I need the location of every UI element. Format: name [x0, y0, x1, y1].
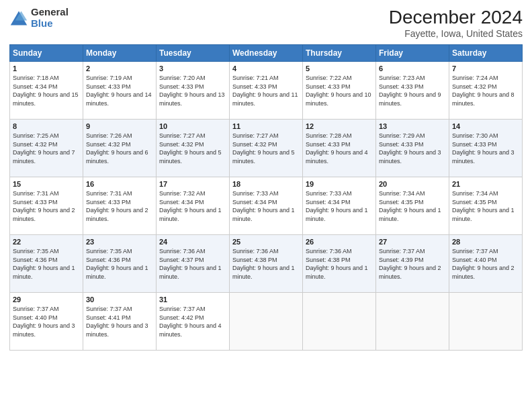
calendar-cell: [230, 293, 303, 351]
day-number: 4: [232, 64, 300, 73]
calendar-cell: 15Sunrise: 7:31 AMSunset: 4:33 PMDayligh…: [10, 177, 83, 235]
cell-info: Sunrise: 7:34 AMSunset: 4:35 PMDaylight:…: [452, 190, 515, 222]
day-number: 18: [232, 180, 300, 188]
day-number: 7: [452, 64, 519, 73]
cell-info: Sunrise: 7:37 AMSunset: 4:40 PMDaylight:…: [13, 306, 75, 338]
calendar-table: SundayMondayTuesdayWednesdayThursdayFrid…: [9, 44, 523, 351]
calendar-cell: 4Sunrise: 7:21 AMSunset: 4:33 PMDaylight…: [230, 62, 303, 120]
calendar-cell: 31Sunrise: 7:37 AMSunset: 4:42 PMDayligh…: [157, 293, 230, 351]
calendar-cell: 10Sunrise: 7:27 AMSunset: 4:32 PMDayligh…: [157, 120, 230, 177]
day-number: 17: [159, 180, 226, 188]
calendar-cell: 22Sunrise: 7:35 AMSunset: 4:36 PMDayligh…: [10, 235, 83, 293]
calendar-cell: 8Sunrise: 7:25 AMSunset: 4:32 PMDaylight…: [10, 120, 83, 177]
calendar-cell: [303, 293, 376, 351]
calendar-cell: 7Sunrise: 7:24 AMSunset: 4:32 PMDaylight…: [449, 62, 523, 120]
calendar-cell: 20Sunrise: 7:34 AMSunset: 4:35 PMDayligh…: [376, 177, 449, 235]
day-number: 25: [232, 238, 300, 246]
calendar-cell: 18Sunrise: 7:33 AMSunset: 4:34 PMDayligh…: [230, 177, 303, 235]
day-number: 21: [452, 180, 519, 188]
day-number: 3: [159, 64, 226, 73]
logo-icon: [9, 9, 28, 28]
day-number: 5: [306, 64, 373, 73]
cell-info: Sunrise: 7:36 AMSunset: 4:38 PMDaylight:…: [306, 248, 368, 280]
calendar-cell: 5Sunrise: 7:22 AMSunset: 4:33 PMDaylight…: [303, 62, 376, 120]
calendar-cell: 9Sunrise: 7:26 AMSunset: 4:32 PMDaylight…: [83, 120, 157, 177]
day-number: 1: [13, 64, 80, 73]
calendar-cell: [449, 293, 523, 351]
day-number: 10: [159, 122, 226, 130]
day-number: 14: [452, 122, 519, 130]
cell-info: Sunrise: 7:31 AMSunset: 4:33 PMDaylight:…: [13, 190, 75, 222]
title-block: December 2024 Fayette, Iowa, United Stat…: [389, 7, 523, 39]
cell-info: Sunrise: 7:21 AMSunset: 4:33 PMDaylight:…: [232, 75, 298, 107]
calendar-cell: 21Sunrise: 7:34 AMSunset: 4:35 PMDayligh…: [449, 177, 523, 235]
cell-info: Sunrise: 7:18 AMSunset: 4:34 PMDaylight:…: [13, 75, 79, 107]
calendar-cell: 3Sunrise: 7:20 AMSunset: 4:33 PMDaylight…: [157, 62, 230, 120]
day-number: 28: [452, 238, 519, 246]
weekday-header-thursday: Thursday: [303, 45, 376, 62]
logo-text: General Blue: [31, 7, 69, 29]
day-number: 23: [86, 238, 153, 246]
day-number: 9: [86, 122, 153, 130]
calendar-week-4: 22Sunrise: 7:35 AMSunset: 4:36 PMDayligh…: [10, 235, 523, 293]
cell-info: Sunrise: 7:35 AMSunset: 4:36 PMDaylight:…: [86, 248, 148, 280]
calendar-cell: 2Sunrise: 7:19 AMSunset: 4:33 PMDaylight…: [83, 62, 157, 120]
weekday-header-friday: Friday: [376, 45, 449, 62]
calendar-cell: 28Sunrise: 7:37 AMSunset: 4:40 PMDayligh…: [449, 235, 523, 293]
calendar-cell: 17Sunrise: 7:32 AMSunset: 4:34 PMDayligh…: [157, 177, 230, 235]
cell-info: Sunrise: 7:29 AMSunset: 4:33 PMDaylight:…: [379, 132, 441, 165]
day-number: 12: [306, 122, 373, 130]
logo-blue: Blue: [31, 18, 69, 30]
cell-info: Sunrise: 7:37 AMSunset: 4:41 PMDaylight:…: [86, 306, 148, 338]
logo: General Blue: [9, 7, 69, 29]
page: General Blue December 2024 Fayette, Iowa…: [0, 0, 532, 411]
calendar-cell: 16Sunrise: 7:31 AMSunset: 4:33 PMDayligh…: [83, 177, 157, 235]
day-number: 24: [159, 238, 226, 246]
cell-info: Sunrise: 7:25 AMSunset: 4:32 PMDaylight:…: [13, 132, 75, 165]
weekday-header-tuesday: Tuesday: [157, 45, 230, 62]
cell-info: Sunrise: 7:24 AMSunset: 4:32 PMDaylight:…: [452, 75, 515, 107]
subtitle: Fayette, Iowa, United States: [389, 28, 523, 39]
day-number: 30: [86, 295, 153, 304]
cell-info: Sunrise: 7:33 AMSunset: 4:34 PMDaylight:…: [306, 190, 368, 222]
day-number: 16: [86, 180, 153, 188]
cell-info: Sunrise: 7:26 AMSunset: 4:32 PMDaylight:…: [86, 132, 148, 165]
calendar-cell: [376, 293, 449, 351]
cell-info: Sunrise: 7:37 AMSunset: 4:39 PMDaylight:…: [379, 248, 441, 280]
weekday-header-sunday: Sunday: [10, 45, 83, 62]
cell-info: Sunrise: 7:36 AMSunset: 4:38 PMDaylight:…: [232, 248, 295, 280]
day-number: 29: [13, 295, 80, 304]
cell-info: Sunrise: 7:36 AMSunset: 4:37 PMDaylight:…: [159, 248, 222, 280]
cell-info: Sunrise: 7:27 AMSunset: 4:32 PMDaylight:…: [159, 132, 222, 165]
day-number: 19: [306, 180, 373, 188]
cell-info: Sunrise: 7:32 AMSunset: 4:34 PMDaylight:…: [159, 190, 222, 222]
calendar-cell: 11Sunrise: 7:27 AMSunset: 4:32 PMDayligh…: [230, 120, 303, 177]
calendar-cell: 29Sunrise: 7:37 AMSunset: 4:40 PMDayligh…: [10, 293, 83, 351]
cell-info: Sunrise: 7:27 AMSunset: 4:32 PMDaylight:…: [232, 132, 295, 165]
cell-info: Sunrise: 7:33 AMSunset: 4:34 PMDaylight:…: [232, 190, 295, 222]
calendar-header: SundayMondayTuesdayWednesdayThursdayFrid…: [10, 45, 523, 62]
weekday-header-wednesday: Wednesday: [230, 45, 303, 62]
day-number: 8: [13, 122, 80, 130]
cell-info: Sunrise: 7:23 AMSunset: 4:33 PMDaylight:…: [379, 75, 441, 107]
cell-info: Sunrise: 7:35 AMSunset: 4:36 PMDaylight:…: [13, 248, 75, 280]
day-number: 6: [379, 64, 446, 73]
calendar-week-5: 29Sunrise: 7:37 AMSunset: 4:40 PMDayligh…: [10, 293, 523, 351]
cell-info: Sunrise: 7:31 AMSunset: 4:33 PMDaylight:…: [86, 190, 148, 222]
day-number: 20: [379, 180, 446, 188]
calendar-cell: 1Sunrise: 7:18 AMSunset: 4:34 PMDaylight…: [10, 62, 83, 120]
day-number: 26: [306, 238, 373, 246]
day-number: 13: [379, 122, 446, 130]
day-number: 11: [232, 122, 300, 130]
cell-info: Sunrise: 7:20 AMSunset: 4:33 PMDaylight:…: [159, 75, 225, 107]
cell-info: Sunrise: 7:22 AMSunset: 4:33 PMDaylight:…: [306, 75, 371, 107]
weekday-header-row: SundayMondayTuesdayWednesdayThursdayFrid…: [10, 45, 523, 62]
weekday-header-saturday: Saturday: [449, 45, 523, 62]
day-number: 22: [13, 238, 80, 246]
logo-general: General: [31, 7, 69, 18]
calendar-cell: 23Sunrise: 7:35 AMSunset: 4:36 PMDayligh…: [83, 235, 157, 293]
calendar-cell: 27Sunrise: 7:37 AMSunset: 4:39 PMDayligh…: [376, 235, 449, 293]
day-number: 31: [159, 295, 226, 304]
calendar-cell: 12Sunrise: 7:28 AMSunset: 4:33 PMDayligh…: [303, 120, 376, 177]
calendar-cell: 24Sunrise: 7:36 AMSunset: 4:37 PMDayligh…: [157, 235, 230, 293]
